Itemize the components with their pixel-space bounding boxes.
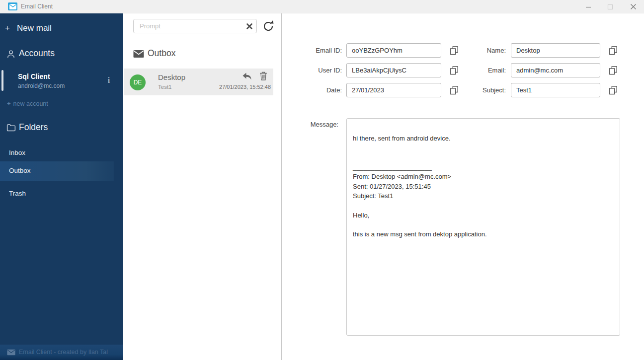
info-icon[interactable]: i [104, 76, 113, 86]
window-title: Email Client [21, 3, 53, 10]
envelope-icon [133, 50, 144, 60]
mail-item-title: Desktop [158, 73, 185, 81]
folder-icon [6, 123, 16, 135]
name-field[interactable] [511, 43, 600, 58]
message-list-panel: Outbox DE Desktop Test1 27/01/2023, 15:5… [123, 13, 281, 360]
plus-icon: + [5, 23, 10, 33]
sidebar-item-trash[interactable]: Trash [0, 184, 123, 204]
date-label: Date: [282, 83, 342, 97]
message-box: hi there, sent from android device. ____… [346, 118, 620, 336]
copy-name-button[interactable] [608, 46, 618, 56]
new-account-button[interactable]: +new account [7, 100, 48, 107]
message-textarea[interactable]: hi there, sent from android device. ____… [347, 119, 620, 335]
mail-detail-panel: Email ID: User ID: Date: Name: Email: Su… [282, 13, 644, 360]
mail-list-item[interactable]: DE Desktop Test1 27/01/2023, 15:52:48 [124, 69, 273, 95]
sidebar-footer: Email Client - created by Ilan Tal [0, 345, 123, 360]
account-item[interactable]: Sql Client android@mc.com i [0, 66, 123, 94]
subject-field[interactable] [511, 83, 600, 97]
folder-label: Inbox [9, 149, 25, 156]
email-field[interactable] [511, 63, 600, 77]
mail-item-subject: Test1 [158, 84, 172, 90]
user-id-label: User ID: [282, 63, 342, 77]
message-label: Message: [282, 121, 338, 128]
maximize-button[interactable] [600, 0, 620, 13]
email-label: Email: [446, 63, 506, 77]
mail-item-timestamp: 27/01/2023, 15:52:48 [219, 84, 271, 90]
sidebar-item-outbox[interactable]: Outbox [0, 161, 114, 181]
accounts-header: Accounts [0, 47, 123, 61]
date-field[interactable] [346, 83, 441, 97]
account-email: android@mc.com [18, 82, 65, 89]
trash-icon[interactable] [259, 72, 267, 80]
copy-subject-button[interactable] [608, 85, 618, 95]
new-mail-button[interactable]: + New mail [0, 21, 123, 37]
folder-label: Trash [9, 190, 26, 197]
sidebar: + New mail Accounts Sql Client android@m… [0, 13, 123, 360]
plus-icon: + [7, 100, 11, 107]
close-button[interactable] [623, 0, 643, 13]
search-box [133, 19, 257, 33]
folder-label: Outbox [9, 167, 31, 174]
app-envelope-icon [8, 2, 17, 10]
email-id-field[interactable] [346, 43, 441, 58]
user-id-field[interactable] [346, 63, 441, 77]
envelope-icon [7, 349, 15, 358]
refresh-icon[interactable] [262, 19, 274, 32]
folders-header-label: Folders [19, 122, 48, 133]
clear-search-icon[interactable] [246, 23, 253, 30]
footer-credit: Email Client - created by Ilan Tal [19, 349, 108, 356]
titlebar: Email Client [0, 0, 644, 13]
list-header-label: Outbox [148, 48, 175, 59]
sidebar-item-inbox[interactable]: Inbox [0, 144, 123, 163]
copy-email-button[interactable] [608, 66, 618, 75]
name-label: Name: [446, 43, 506, 58]
reply-icon[interactable] [242, 72, 252, 80]
account-name: Sql Client [18, 72, 50, 80]
new-account-label: new account [13, 100, 48, 107]
accounts-header-label: Accounts [19, 48, 55, 59]
subject-label: Subject: [446, 83, 506, 97]
person-icon [6, 49, 16, 62]
search-input[interactable] [134, 19, 256, 33]
email-id-label: Email ID: [282, 43, 342, 58]
minimize-button[interactable] [578, 0, 598, 13]
account-selected-bar [1, 70, 3, 91]
avatar: DE [130, 74, 146, 90]
folders-header: Folders [0, 121, 123, 135]
new-mail-label: New mail [17, 23, 52, 33]
